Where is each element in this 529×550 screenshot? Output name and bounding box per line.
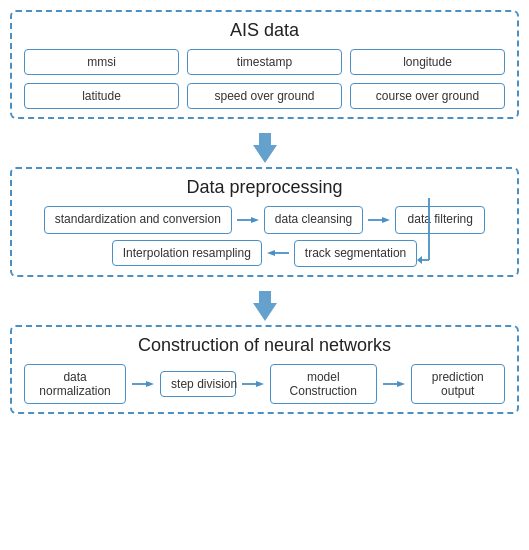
preprocessing-section: Data preprocessing standardization and c… (10, 167, 519, 277)
bend-arrow-svg (417, 198, 441, 276)
box-data-cleansing: data cleansing (264, 206, 363, 234)
arrow-down-1 (247, 129, 283, 165)
box-interpolation-resampling: Interpolation resampling (112, 240, 262, 266)
arrow-right-5 (383, 376, 405, 392)
box-longitude: longitude (350, 49, 505, 75)
arrow-right-4 (242, 376, 264, 392)
svg-marker-14 (256, 381, 264, 387)
neural-section: Construction of neural networks data nor… (10, 325, 519, 414)
arrow-left-1 (267, 245, 289, 261)
ais-section: AIS data mmsi timestamp longitude latitu… (10, 10, 519, 119)
ais-grid: mmsi timestamp longitude latitude speed … (24, 49, 505, 109)
svg-marker-2 (251, 217, 259, 223)
nn-row: data normalization step division model C… (24, 364, 505, 404)
ais-title: AIS data (24, 20, 505, 41)
svg-marker-4 (382, 217, 390, 223)
svg-marker-16 (397, 381, 405, 387)
arrow-down-2 (247, 287, 283, 323)
box-course-over-ground: course over ground (350, 83, 505, 109)
arrow-right-1 (237, 212, 259, 228)
svg-marker-10 (253, 291, 277, 321)
box-step-division: step division (160, 371, 236, 397)
box-mmsi: mmsi (24, 49, 179, 75)
box-speed-over-ground: speed over ground (187, 83, 342, 109)
arrow-right-3 (132, 376, 154, 392)
box-track-segmentation: track segmentation (294, 240, 417, 268)
box-timestamp: timestamp (187, 49, 342, 75)
preprocessing-title: Data preprocessing (24, 177, 505, 198)
svg-marker-6 (267, 250, 275, 256)
box-data-normalization: data normalization (24, 364, 126, 404)
neural-title: Construction of neural networks (24, 335, 505, 356)
box-prediction-output: prediction output (411, 364, 505, 404)
arrow-right-2 (368, 212, 390, 228)
box-model-construction: model Construction (270, 364, 376, 404)
box-latitude: latitude (24, 83, 179, 109)
box-standardization: standardization and conversion (44, 206, 232, 234)
svg-marker-9 (417, 256, 422, 264)
svg-marker-0 (253, 133, 277, 163)
svg-marker-12 (146, 381, 154, 387)
